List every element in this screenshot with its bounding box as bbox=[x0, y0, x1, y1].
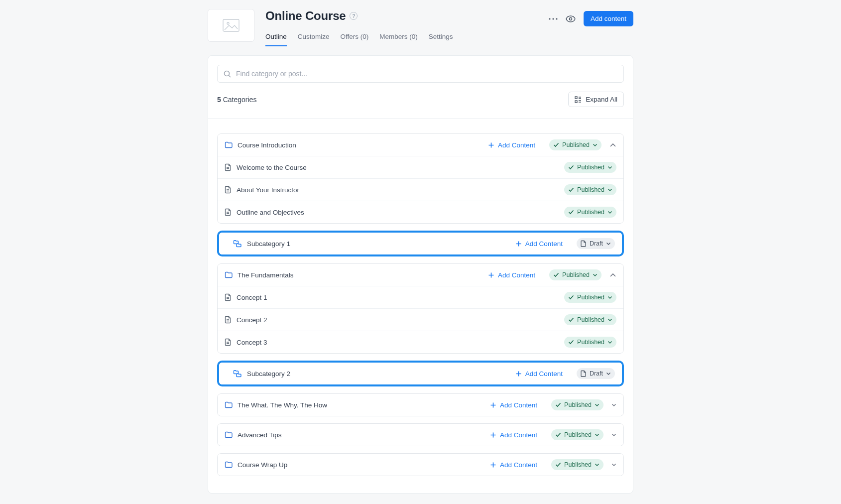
status-badge-published[interactable]: Published bbox=[549, 269, 601, 280]
category-row[interactable]: Course IntroductionAdd ContentPublished bbox=[218, 134, 623, 156]
folder-icon bbox=[225, 431, 233, 438]
status-badge-published[interactable]: Published bbox=[551, 459, 603, 470]
category-block: Course Wrap UpAdd ContentPublished bbox=[217, 453, 624, 476]
document-icon bbox=[225, 316, 232, 324]
document-icon bbox=[225, 338, 232, 346]
main-panel: 5 Categories Expand All Course Introduct… bbox=[208, 55, 633, 494]
subcategory-icon bbox=[233, 370, 242, 378]
add-content-link[interactable]: Add Content bbox=[515, 240, 563, 248]
category-block: The What. The Why. The HowAdd ContentPub… bbox=[217, 393, 624, 416]
category-row[interactable]: Advanced TipsAdd ContentPublished bbox=[218, 424, 623, 446]
row-label: Concept 1 bbox=[237, 294, 267, 301]
status-badge-published[interactable]: Published bbox=[564, 162, 616, 173]
post-row[interactable]: Concept 2Published bbox=[218, 308, 623, 331]
tab-outline[interactable]: Outline bbox=[265, 33, 287, 46]
status-badge-published[interactable]: Published bbox=[551, 399, 603, 410]
status-badge-draft[interactable]: Draft bbox=[577, 238, 615, 249]
row-label: Concept 3 bbox=[237, 339, 267, 346]
category-count: 5 Categories bbox=[217, 96, 256, 104]
document-icon bbox=[225, 293, 232, 301]
add-content-link[interactable]: Add Content bbox=[490, 461, 537, 469]
svg-point-2 bbox=[549, 18, 550, 19]
row-label: The What. The Why. The How bbox=[238, 401, 327, 409]
collapse-toggle[interactable] bbox=[609, 273, 616, 277]
status-badge-published[interactable]: Published bbox=[549, 139, 601, 150]
subcategory-icon bbox=[233, 240, 242, 248]
svg-rect-0 bbox=[223, 19, 239, 31]
page-header: Online Course ? OutlineCustomizeOffers (… bbox=[208, 9, 633, 46]
row-label: Outline and Objectives bbox=[237, 209, 304, 216]
tab-members-0-[interactable]: Members (0) bbox=[379, 33, 418, 46]
category-block: Course IntroductionAdd ContentPublishedW… bbox=[217, 133, 624, 224]
search-container[interactable] bbox=[217, 65, 624, 83]
status-badge-published[interactable]: Published bbox=[564, 292, 616, 303]
row-label: Subcategory 2 bbox=[247, 370, 290, 378]
subcategory-row[interactable]: Subcategory 1Add ContentDraft bbox=[219, 233, 622, 254]
subcategory-block: Subcategory 1Add ContentDraft bbox=[217, 231, 624, 256]
post-row[interactable]: About Your InstructorPublished bbox=[218, 178, 623, 201]
subcategory-block: Subcategory 2Add ContentDraft bbox=[217, 361, 624, 386]
collapse-toggle[interactable] bbox=[611, 403, 616, 407]
category-block: The FundamentalsAdd ContentPublishedConc… bbox=[217, 263, 624, 354]
row-label: About Your Instructor bbox=[237, 186, 299, 194]
status-badge-published[interactable]: Published bbox=[564, 184, 616, 195]
row-label: The Fundamentals bbox=[238, 271, 294, 279]
folder-icon bbox=[225, 401, 233, 408]
category-row[interactable]: The What. The Why. The HowAdd ContentPub… bbox=[218, 394, 623, 416]
folder-icon bbox=[225, 141, 233, 148]
status-badge-published[interactable]: Published bbox=[564, 207, 616, 218]
document-icon bbox=[225, 186, 232, 194]
row-label: Concept 2 bbox=[237, 316, 267, 324]
row-label: Subcategory 1 bbox=[247, 240, 290, 248]
row-label: Welcome to the Course bbox=[237, 164, 307, 171]
tabs: OutlineCustomizeOffers (0)Members (0)Set… bbox=[265, 33, 538, 46]
svg-point-1 bbox=[227, 22, 229, 24]
row-label: Course Wrap Up bbox=[238, 461, 287, 469]
status-badge-published[interactable]: Published bbox=[564, 314, 616, 325]
document-icon bbox=[225, 208, 232, 216]
outline-list: Course IntroductionAdd ContentPublishedW… bbox=[208, 119, 633, 493]
page-title: Online Course bbox=[265, 9, 346, 23]
search-icon bbox=[224, 70, 231, 78]
add-content-link[interactable]: Add Content bbox=[488, 141, 535, 149]
post-row[interactable]: Concept 1Published bbox=[218, 286, 623, 308]
grid-icon bbox=[575, 96, 582, 103]
subcategory-row[interactable]: Subcategory 2Add ContentDraft bbox=[219, 363, 622, 384]
post-row[interactable]: Concept 3Published bbox=[218, 331, 623, 353]
more-icon[interactable] bbox=[549, 18, 558, 20]
svg-point-4 bbox=[556, 18, 557, 19]
svg-point-3 bbox=[552, 18, 554, 19]
help-icon[interactable]: ? bbox=[350, 12, 358, 20]
tab-settings[interactable]: Settings bbox=[429, 33, 453, 46]
status-badge-published[interactable]: Published bbox=[551, 429, 603, 440]
tab-customize[interactable]: Customize bbox=[298, 33, 330, 46]
status-badge-published[interactable]: Published bbox=[564, 337, 616, 348]
svg-point-6 bbox=[225, 71, 230, 76]
search-input[interactable] bbox=[236, 70, 617, 78]
add-content-link[interactable]: Add Content bbox=[490, 431, 537, 439]
collapse-toggle[interactable] bbox=[611, 463, 616, 467]
folder-icon bbox=[225, 271, 233, 278]
post-row[interactable]: Welcome to the CoursePublished bbox=[218, 156, 623, 178]
svg-rect-7 bbox=[575, 97, 577, 99]
tab-offers-0-[interactable]: Offers (0) bbox=[341, 33, 369, 46]
category-row[interactable]: Course Wrap UpAdd ContentPublished bbox=[218, 454, 623, 476]
category-row[interactable]: The FundamentalsAdd ContentPublished bbox=[218, 264, 623, 286]
add-content-link[interactable]: Add Content bbox=[488, 271, 535, 279]
svg-rect-8 bbox=[575, 101, 577, 103]
expand-all-button[interactable]: Expand All bbox=[568, 92, 624, 107]
add-content-link[interactable]: Add Content bbox=[490, 401, 537, 409]
collapse-toggle[interactable] bbox=[609, 143, 616, 147]
category-block: Advanced TipsAdd ContentPublished bbox=[217, 423, 624, 446]
row-label: Course Introduction bbox=[238, 141, 296, 149]
post-row[interactable]: Outline and ObjectivesPublished bbox=[218, 201, 623, 223]
add-content-button[interactable]: Add content bbox=[584, 11, 633, 26]
document-icon bbox=[225, 163, 232, 171]
folder-icon bbox=[225, 461, 233, 468]
course-thumbnail[interactable] bbox=[208, 9, 254, 42]
svg-point-5 bbox=[569, 17, 572, 20]
add-content-link[interactable]: Add Content bbox=[515, 370, 563, 378]
collapse-toggle[interactable] bbox=[611, 433, 616, 437]
preview-icon[interactable] bbox=[566, 15, 576, 22]
status-badge-draft[interactable]: Draft bbox=[577, 368, 615, 379]
